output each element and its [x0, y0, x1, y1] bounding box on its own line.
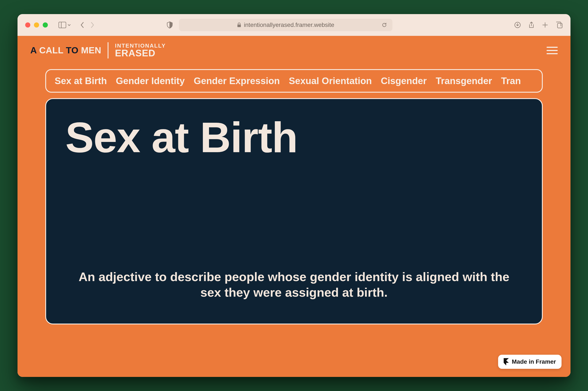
hamburger-icon	[547, 47, 558, 48]
new-tab-button[interactable]	[542, 22, 548, 28]
made-in-framer-badge[interactable]: Made in Framer	[498, 355, 562, 369]
tab-sex-at-birth[interactable]: Sex at Birth	[55, 76, 107, 86]
menu-button[interactable]	[547, 47, 558, 54]
tab-sexual-orientation[interactable]: Sexual Orientation	[289, 76, 372, 86]
tab-gender-expression[interactable]: Gender Expression	[194, 76, 280, 86]
logo-a-call-to-men: A CALL TO MEN	[30, 45, 101, 56]
sidebar-toggle-button[interactable]	[59, 22, 71, 28]
logo-divider	[108, 42, 109, 59]
nav-arrows	[80, 21, 95, 29]
terms-tab-list: Sex at Birth Gender Identity Gender Expr…	[55, 76, 533, 86]
back-button[interactable]	[80, 21, 85, 29]
tab-overflow[interactable]: Tran	[501, 76, 521, 86]
svg-rect-2	[237, 24, 241, 27]
definition-card: Sex at Birth An adjective to describe pe…	[45, 98, 543, 324]
tab-transgender[interactable]: Transgender	[436, 76, 492, 86]
lock-icon	[237, 22, 241, 27]
downloads-button[interactable]	[514, 21, 521, 28]
framer-icon	[504, 358, 509, 365]
svg-rect-0	[59, 22, 66, 28]
fullscreen-window-button[interactable]	[43, 22, 48, 27]
browser-window: intentionallyerased.framer.website	[17, 14, 571, 377]
address-bar[interactable]: intentionallyerased.framer.website	[179, 19, 392, 31]
definition-body: An adjective to describe people whose ge…	[65, 269, 523, 300]
terms-tab-bar: Sex at Birth Gender Identity Gender Expr…	[45, 69, 543, 93]
page-content: A CALL TO MEN INTENTIONALLY ERASED Sex a	[17, 36, 571, 377]
traffic-lights	[25, 22, 48, 27]
tab-gender-identity[interactable]: Gender Identity	[116, 76, 185, 86]
reload-button[interactable]	[381, 22, 387, 28]
privacy-shield-button[interactable]	[167, 21, 173, 29]
svg-rect-4	[558, 23, 562, 28]
close-window-button[interactable]	[25, 22, 30, 27]
framer-badge-label: Made in Framer	[512, 358, 556, 365]
logo-intentionally-erased: INTENTIONALLY ERASED	[115, 43, 166, 58]
logo-group[interactable]: A CALL TO MEN INTENTIONALLY ERASED	[30, 42, 166, 59]
minimize-window-button[interactable]	[34, 22, 39, 27]
chevron-down-icon	[67, 23, 71, 27]
chrome-right-controls	[514, 21, 563, 29]
site-header: A CALL TO MEN INTENTIONALLY ERASED	[17, 36, 571, 63]
forward-button[interactable]	[90, 21, 95, 29]
browser-chrome: intentionallyerased.framer.website	[17, 14, 571, 36]
address-url: intentionallyerased.framer.website	[244, 21, 334, 28]
definition-title: Sex at Birth	[65, 116, 523, 159]
tab-cisgender[interactable]: Cisgender	[381, 76, 427, 86]
tab-overview-button[interactable]	[556, 21, 563, 29]
share-button[interactable]	[528, 21, 535, 29]
